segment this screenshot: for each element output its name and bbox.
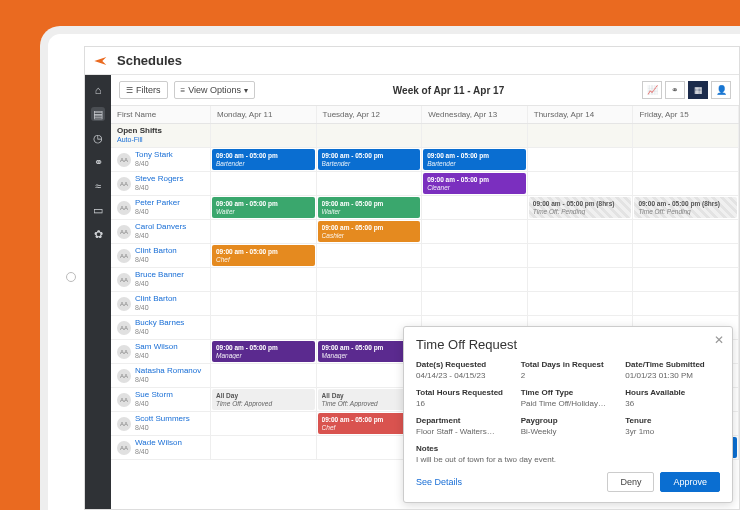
avatar: AA (117, 393, 131, 407)
nav-schedule-icon[interactable]: ▤ (91, 107, 105, 121)
avatar: AA (117, 417, 131, 431)
employee-hours: 8/40 (135, 184, 183, 192)
field-label: Department (416, 416, 511, 425)
employee-name[interactable]: Sue Storm (135, 391, 173, 400)
field-label: Date(s) Requested (416, 360, 511, 369)
column-header-day[interactable]: Friday, Apr 15 (633, 106, 739, 123)
view-chart-button[interactable]: 📈 (642, 81, 662, 99)
nav-people-icon[interactable]: ⚭ (91, 155, 105, 169)
column-header-name[interactable]: First Name (111, 106, 211, 123)
column-header-day[interactable]: Thursday, Apr 14 (528, 106, 634, 123)
field-label: Hours Available (625, 388, 720, 397)
nav-chat-icon[interactable]: ▭ (91, 203, 105, 217)
avatar: AA (117, 441, 131, 455)
employee-name[interactable]: Bucky Barnes (135, 319, 184, 328)
shift-block[interactable]: 09:00 am - 05:00 pmBartender (423, 149, 526, 170)
shift-block[interactable]: 09:00 am - 05:00 pmManager (212, 341, 315, 362)
shift-block[interactable]: 09:00 am - 05:00 pmBartender (318, 149, 421, 170)
list-icon: ≡ (181, 86, 186, 95)
deny-button[interactable]: Deny (607, 472, 654, 492)
shift-block[interactable]: 09:00 am - 05:00 pmCleaner (423, 173, 526, 194)
employee-row: AA Clint Barton 8/40 09:00 am - 05:00 pm… (111, 244, 739, 268)
employee-hours: 8/40 (135, 256, 177, 264)
employee-name[interactable]: Carol Danvers (135, 223, 186, 232)
avatar: AA (117, 273, 131, 287)
employee-name[interactable]: Tony Stark (135, 151, 173, 160)
field-value: 2 (521, 371, 616, 380)
employee-hours: 8/40 (135, 328, 184, 336)
approve-button[interactable]: Approve (660, 472, 720, 492)
column-header-day[interactable]: Wednesday, Apr 13 (422, 106, 528, 123)
field-label: Total Days in Request (521, 360, 616, 369)
avatar: AA (117, 153, 131, 167)
notes-value: I will be out of town for a two day even… (416, 455, 720, 464)
see-details-link[interactable]: See Details (416, 477, 462, 487)
view-options-button[interactable]: ≡ View Options ▾ (174, 81, 256, 99)
field-value: 3yr 1mo (625, 427, 720, 436)
shift-block[interactable]: 09:00 am - 05:00 pmChef (212, 245, 315, 266)
panel-title: Time Off Request (416, 337, 720, 352)
timeoff-approved-block[interactable]: All DayTime Off: Approved (212, 389, 315, 410)
close-icon[interactable]: ✕ (714, 333, 724, 347)
field-value: Paid Time Off/Holiday… (521, 399, 616, 408)
shift-block[interactable]: 09:00 am - 05:00 pmCashier (318, 221, 421, 242)
employee-row: AA Steve Rogers 8/40 09:00 am - 05:00 pm… (111, 172, 739, 196)
left-nav: ⌂ ▤ ◷ ⚭ ≈ ▭ ✿ (85, 75, 111, 509)
avatar: AA (117, 369, 131, 383)
filters-button[interactable]: ☰ Filters (119, 81, 168, 99)
avatar: AA (117, 345, 131, 359)
nav-clock-icon[interactable]: ◷ (91, 131, 105, 145)
open-shifts-label: Open Shifts (117, 127, 162, 136)
nav-home-icon[interactable]: ⌂ (91, 83, 105, 97)
view-people-button[interactable]: ⚭ (665, 81, 685, 99)
field-value: 16 (416, 399, 511, 408)
filter-icon: ☰ (126, 86, 133, 95)
field-value: 36 (625, 399, 720, 408)
field-label: Tenure (625, 416, 720, 425)
employee-hours: 8/40 (135, 424, 190, 432)
shift-block[interactable]: 09:00 am - 05:00 pmWaiter (212, 197, 315, 218)
view-user-button[interactable]: 👤 (711, 81, 731, 99)
grid-icon: ▦ (694, 85, 703, 95)
column-header-day[interactable]: Tuesday, Apr 12 (317, 106, 423, 123)
employee-name[interactable]: Steve Rogers (135, 175, 183, 184)
employee-name[interactable]: Clint Barton (135, 295, 177, 304)
employee-name[interactable]: Scott Summers (135, 415, 190, 424)
employee-hours: 8/40 (135, 400, 173, 408)
field-value: Floor Staff - Waiters… (416, 427, 511, 436)
employee-hours: 8/40 (135, 376, 201, 384)
field-label: Paygroup (521, 416, 616, 425)
field-label: Time Off Type (521, 388, 616, 397)
view-options-label: View Options (188, 85, 241, 95)
employee-name[interactable]: Sam Wilson (135, 343, 178, 352)
employee-hours: 8/40 (135, 448, 182, 456)
nav-settings-icon[interactable]: ✿ (91, 227, 105, 241)
field-value: 01/01/23 01:30 PM (625, 371, 720, 380)
avatar: AA (117, 249, 131, 263)
people-icon: ⚭ (671, 85, 679, 95)
timeoff-block[interactable]: 09:00 am - 05:00 pm (8hrs)Time Off: Pend… (529, 197, 632, 218)
app-logo-icon (93, 53, 109, 69)
timeoff-block[interactable]: 09:00 am - 05:00 pm (8hrs)Time Off: Pend… (634, 197, 737, 218)
employee-name[interactable]: Wade Wilson (135, 439, 182, 448)
view-grid-button[interactable]: ▦ (688, 81, 708, 99)
employee-row: AA Bruce Banner 8/40 (111, 268, 739, 292)
avatar: AA (117, 201, 131, 215)
employee-row: AA Peter Parker 8/40 09:00 am - 05:00 pm… (111, 196, 739, 220)
chevron-down-icon: ▾ (244, 86, 248, 95)
avatar: AA (117, 321, 131, 335)
employee-name[interactable]: Bruce Banner (135, 271, 184, 280)
open-shifts-autofill[interactable]: Auto-Fill (117, 136, 162, 144)
employee-name[interactable]: Natasha Romanov (135, 367, 201, 376)
employee-name[interactable]: Peter Parker (135, 199, 180, 208)
column-header-day[interactable]: Monday, Apr 11 (211, 106, 317, 123)
employee-hours: 8/40 (135, 208, 180, 216)
open-shifts-row: Open Shifts Auto-Fill (111, 124, 739, 148)
employee-hours: 8/40 (135, 304, 177, 312)
employee-row: AA Clint Barton 8/40 (111, 292, 739, 316)
nav-analytics-icon[interactable]: ≈ (91, 179, 105, 193)
shift-block[interactable]: 09:00 am - 05:00 pmBartender (212, 149, 315, 170)
shift-block[interactable]: 09:00 am - 05:00 pmWaiter (318, 197, 421, 218)
employee-name[interactable]: Clint Barton (135, 247, 177, 256)
employee-hours: 8/40 (135, 280, 184, 288)
